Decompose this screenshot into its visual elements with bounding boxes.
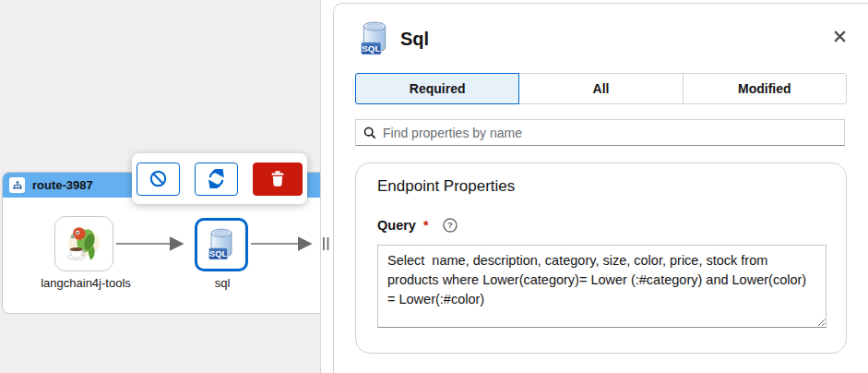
property-search[interactable] xyxy=(355,119,845,146)
route-label: route-3987 xyxy=(32,178,93,192)
edge-clip-marker xyxy=(321,235,332,252)
endpoint-properties-card: Endpoint Properties Query * ? Select nam… xyxy=(355,162,847,354)
search-icon xyxy=(363,126,376,139)
panel-title: Sql xyxy=(400,29,429,50)
delete-step-button[interactable] xyxy=(253,162,303,196)
sql-database-icon xyxy=(207,226,236,263)
node-toolbar xyxy=(132,153,307,204)
replace-step-button[interactable] xyxy=(195,162,238,196)
query-textarea[interactable]: Select name, description, category, size… xyxy=(377,245,826,328)
search-input[interactable] xyxy=(383,126,837,140)
sql-database-icon xyxy=(359,19,390,58)
section-title: Endpoint Properties xyxy=(377,177,515,196)
node-langchain4j-tools[interactable] xyxy=(54,216,113,271)
svg-text:?: ? xyxy=(447,220,453,230)
refresh-icon xyxy=(207,169,226,188)
tab-all[interactable]: All xyxy=(518,73,683,104)
required-indicator: * xyxy=(423,218,428,233)
filter-tabs: Required All Modified xyxy=(355,73,847,104)
node-label-sql: sql xyxy=(172,276,273,290)
help-icon[interactable]: ? xyxy=(443,218,458,233)
tab-required[interactable]: Required xyxy=(355,73,519,104)
route-icon xyxy=(9,177,25,193)
tab-modified[interactable]: Modified xyxy=(683,73,847,104)
trash-icon xyxy=(269,170,286,187)
ban-icon xyxy=(149,169,168,188)
query-field-label: Query xyxy=(377,218,416,233)
disable-step-button[interactable] xyxy=(137,162,180,196)
close-icon[interactable] xyxy=(827,24,851,48)
query-field-label-row: Query * ? xyxy=(377,218,458,233)
flow-canvas[interactable]: route-3987 langchain4j-tools sql xyxy=(0,0,321,373)
node-label-langchain4j-tools: langchain4j-tools xyxy=(0,276,178,290)
node-sql[interactable] xyxy=(195,218,248,271)
parrot-icon xyxy=(65,224,103,263)
properties-panel: Sql Required All Modified Endpoint Prope… xyxy=(333,3,868,373)
